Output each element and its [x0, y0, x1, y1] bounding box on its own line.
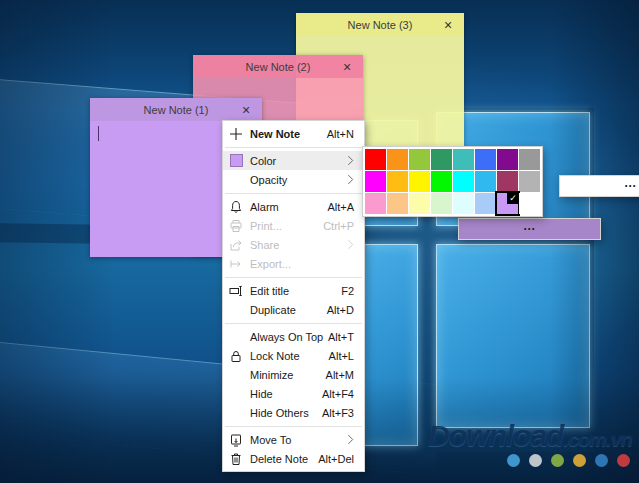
note-titlebar[interactable]: New Note (1) ··· × [90, 98, 262, 121]
color-swatch[interactable] [497, 149, 518, 170]
color-swatch[interactable] [431, 149, 452, 170]
color-swatch[interactable] [365, 149, 386, 170]
menu-item-shortcut: Alt+Del [318, 453, 354, 465]
trash-icon [229, 452, 243, 466]
color-swatch[interactable] [409, 171, 430, 192]
chevron-right-icon [347, 155, 354, 166]
color-swatch[interactable] [519, 171, 540, 192]
color-swatch[interactable] [475, 171, 496, 192]
color-swatch[interactable] [453, 171, 474, 192]
color-swatch[interactable] [365, 193, 386, 214]
menu-item-duplicate[interactable]: Duplicate Alt+D [223, 300, 364, 319]
color-swatch[interactable] [519, 193, 540, 214]
text-cursor [98, 126, 99, 141]
note-close-button[interactable]: × [337, 55, 357, 78]
watermark-main: Download [428, 419, 563, 452]
menu-item-label: Share [250, 239, 279, 251]
watermark-dot [529, 454, 542, 467]
menu-separator [225, 193, 362, 194]
menu-item-shortcut: Alt+T [328, 331, 354, 343]
menu-item-print: Print... Ctrl+P [223, 216, 364, 235]
window-pane [356, 244, 418, 446]
menu-item-alarm[interactable]: Alarm Alt+A [223, 197, 364, 216]
color-swatch[interactable] [387, 171, 408, 192]
menu-item-label: Opacity [250, 174, 287, 186]
desktop: Download.com.vn New Note (3) ··· × New N… [0, 0, 639, 483]
menu-item-label: Export... [250, 258, 291, 270]
window-pane [436, 244, 590, 428]
menu-item-color[interactable]: Color [223, 151, 364, 170]
menu-item-label: Hide [250, 388, 273, 400]
menu-item-label: Lock Note [250, 350, 300, 362]
share-icon [229, 238, 243, 252]
color-swatch[interactable] [409, 149, 430, 170]
note-context-menu: New Note Alt+N Color Opacity Alarm Alt+A… [222, 120, 365, 472]
note-titlebar[interactable]: New Note (3) ··· × [296, 13, 464, 36]
watermark-dots [507, 454, 630, 467]
watermark-dot [551, 454, 564, 467]
color-swatch[interactable] [453, 193, 474, 214]
menu-item-label: Duplicate [250, 304, 296, 316]
color-swatch[interactable] [431, 171, 452, 192]
color-swatch[interactable] [475, 193, 496, 214]
menu-item-hide[interactable]: Hide Alt+F4 [223, 384, 364, 403]
color-swatch[interactable] [519, 149, 540, 170]
menu-separator [225, 426, 362, 427]
menu-item-share: Share [223, 235, 364, 254]
note-menu-button[interactable]: ··· [559, 175, 639, 197]
lock-icon [229, 349, 243, 363]
menu-item-minimize[interactable]: Minimize Alt+M [223, 365, 364, 384]
menu-item-shortcut: Alt+D [327, 304, 354, 316]
chevron-right-icon [347, 239, 354, 250]
menu-item-label: Alarm [250, 201, 279, 213]
color-swatch[interactable] [365, 171, 386, 192]
plus-icon [229, 127, 243, 141]
menu-item-delete-note[interactable]: Delete Note Alt+Del [223, 449, 364, 468]
color-swatch[interactable] [453, 149, 474, 170]
color-palette-submenu: ✓ [362, 146, 543, 217]
color-swatch-selected[interactable]: ✓ [497, 193, 518, 214]
menu-item-always-on-top[interactable]: Always On Top Alt+T [223, 327, 364, 346]
color-swatch[interactable] [409, 193, 430, 214]
menu-item-shortcut: F2 [341, 285, 354, 297]
move-to-icon [229, 433, 243, 447]
menu-item-move-to[interactable]: Move To [223, 430, 364, 449]
menu-item-label: Hide Others [250, 407, 309, 419]
menu-item-export: Export... [223, 254, 364, 273]
menu-item-shortcut: Alt+F3 [322, 407, 354, 419]
chevron-right-icon [347, 434, 354, 445]
menu-item-label: Move To [250, 434, 291, 446]
note-menu-button[interactable]: ··· [458, 218, 601, 240]
menu-item-opacity[interactable]: Opacity [223, 170, 364, 189]
bell-icon [229, 200, 243, 214]
chevron-right-icon [347, 174, 354, 185]
menu-item-label: Delete Note [250, 453, 308, 465]
watermark-suffix: .com.vn [563, 428, 632, 450]
menu-item-lock-note[interactable]: Lock Note Alt+L [223, 346, 364, 365]
note-titlebar[interactable]: New Note (2) ··· × [193, 55, 363, 78]
menu-item-edit-title[interactable]: Edit title F2 [223, 281, 364, 300]
menu-item-shortcut: Alt+F4 [322, 388, 354, 400]
menu-item-shortcut: Alt+M [326, 369, 354, 381]
printer-icon [229, 219, 243, 233]
watermark-dot [573, 454, 586, 467]
note-close-button[interactable]: × [438, 13, 458, 36]
color-swatch[interactable] [497, 171, 518, 192]
color-swatch[interactable] [431, 193, 452, 214]
menu-separator [225, 147, 362, 148]
menu-item-hide-others[interactable]: Hide Others Alt+F3 [223, 403, 364, 422]
menu-item-new-note[interactable]: New Note Alt+N [223, 124, 364, 143]
menu-item-label: Edit title [250, 285, 289, 297]
menu-item-shortcut: Alt+N [327, 128, 354, 140]
watermark: Download.com.vn [428, 421, 632, 451]
color-swatch[interactable] [475, 149, 496, 170]
color-swatch[interactable] [387, 149, 408, 170]
rename-icon [229, 284, 243, 298]
watermark-dot [595, 454, 608, 467]
menu-item-shortcut: Ctrl+P [323, 220, 354, 232]
menu-item-label: Always On Top [250, 331, 323, 343]
menu-separator [225, 323, 362, 324]
note-close-button[interactable]: × [236, 98, 256, 121]
checkmark-icon: ✓ [507, 192, 519, 204]
color-swatch[interactable] [387, 193, 408, 214]
